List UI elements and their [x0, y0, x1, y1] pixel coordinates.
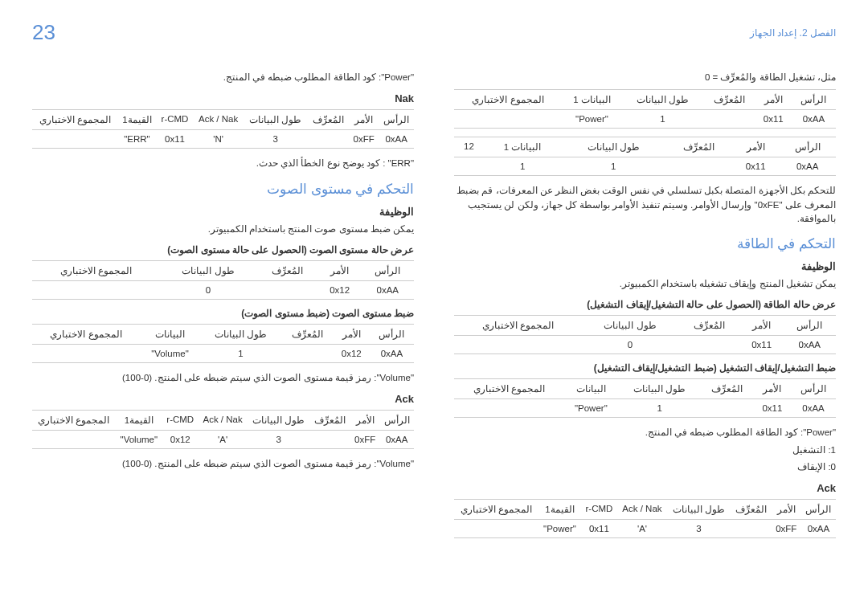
- td: [32, 431, 116, 449]
- td: "Volume": [116, 431, 162, 449]
- power-off: 0: الإيقاف: [454, 460, 836, 474]
- th: 12: [454, 137, 484, 157]
- td: [256, 280, 318, 299]
- th: المجموع الاختباري: [454, 316, 582, 336]
- th: المجموع الاختباري: [454, 500, 538, 520]
- left-column: "Power": كود الطاقة المطلوب ضبطه في المن…: [32, 67, 414, 546]
- power-code-desc: "Power": كود الطاقة المطلوب ضبطه في المن…: [454, 426, 836, 439]
- th: الأمر: [755, 90, 792, 110]
- th: القيمة1: [538, 500, 581, 520]
- th: الأمر: [349, 110, 379, 130]
- th: طول البيانات: [160, 260, 256, 280]
- td: 0x11: [754, 399, 791, 418]
- td: 0x11: [740, 336, 784, 354]
- td: 0xAA: [379, 431, 414, 449]
- td: [454, 110, 562, 129]
- th: طول البيانات: [582, 316, 678, 336]
- th: طول البيانات: [248, 411, 310, 431]
- td: [665, 157, 732, 176]
- th: المجموع الاختباري: [454, 379, 563, 399]
- th: البيانات 1: [562, 90, 622, 110]
- th: المجموع الاختباري: [32, 324, 140, 344]
- td: 0x12: [334, 344, 370, 362]
- err-desc: "ERR" : كود يوضح نوع الخطأ الذي حدث.: [32, 157, 414, 170]
- th: الرأس: [370, 324, 414, 344]
- td: [731, 520, 772, 538]
- td: "Power": [563, 399, 618, 418]
- th: المُعرِّف: [665, 137, 732, 157]
- function-desc-2: يمكن ضبط مستوى صوت المنتج باستخدام الكمب…: [32, 223, 414, 236]
- td: 0x12: [318, 280, 362, 299]
- th: المُعرِّف: [703, 90, 755, 110]
- th: الرأس: [791, 379, 836, 399]
- th: Ack / Nak: [193, 110, 243, 130]
- th: البيانات: [563, 379, 618, 399]
- heading-ack-2: Ack: [32, 393, 414, 405]
- th: المُعرِّف: [308, 110, 349, 130]
- th: r-CMD: [162, 411, 199, 431]
- td: 1: [619, 399, 702, 418]
- th: المجموع الاختباري: [32, 260, 160, 280]
- td: 'N': [193, 130, 243, 149]
- table-example-2: الرأس الأمر المُعرِّف طول البيانات البيا…: [454, 137, 836, 176]
- td: [32, 344, 140, 362]
- td: 0x11: [157, 130, 194, 149]
- td: [678, 336, 740, 354]
- table-ack-volume: الرأس الأمر المُعرِّف طول البيانات Ack /…: [32, 410, 414, 449]
- th: الأمر: [732, 137, 779, 157]
- example-line: مثل، تشغيل الطاقة والمُعرِّف = 0: [454, 71, 836, 84]
- th: الأمر: [740, 316, 784, 336]
- volume-desc: "Volume": رمز قيمة مستوى الصوت الذي سيتم…: [32, 371, 414, 385]
- th: طول البيانات: [667, 500, 731, 520]
- td: "Power": [538, 520, 581, 538]
- heading-view-volume: عرض حالة مستوى الصوت (الحصول على حالة مس…: [32, 244, 414, 255]
- td: [32, 280, 160, 299]
- th: المُعرِّف: [731, 500, 772, 520]
- heading-set-volume: ضبط مستوى الصوت (ضبط مستوى الصوت): [32, 308, 414, 319]
- td: 0xAA: [779, 157, 836, 176]
- heading-nak: Nak: [32, 92, 414, 104]
- th: المجموع الاختباري: [32, 411, 116, 431]
- power-code-desc-2: "Power": كود الطاقة المطلوب ضبطه في المن…: [32, 71, 414, 84]
- th: الرأس: [801, 500, 836, 520]
- table-view-volume: الرأس الأمر المُعرِّف طول البيانات المجم…: [32, 260, 414, 300]
- td: 0: [582, 336, 678, 354]
- th: الأمر: [772, 500, 801, 520]
- th: البيانات 1: [484, 137, 562, 157]
- th: الأمر: [318, 260, 362, 280]
- td: 0xAA: [362, 280, 414, 299]
- td: 0xAA: [791, 399, 836, 418]
- td: [454, 157, 484, 176]
- td: 0xAA: [370, 344, 414, 362]
- heading-function: الوظيفة: [454, 260, 836, 272]
- table-set-volume: الرأس الأمر المُعرِّف طول البيانات البيا…: [32, 324, 414, 363]
- td: 'A': [199, 431, 248, 449]
- td: 0xFF: [350, 431, 379, 449]
- td: 0x12: [162, 431, 199, 449]
- td: [703, 110, 755, 129]
- content-columns: مثل، تشغيل الطاقة والمُعرِّف = 0 الرأس ا…: [32, 67, 836, 546]
- page-number: 23: [32, 20, 55, 45]
- th: المُعرِّف: [678, 316, 740, 336]
- heading-ack: Ack: [454, 482, 836, 494]
- th: الرأس: [379, 110, 414, 130]
- td: 0xAA: [784, 336, 836, 354]
- th: الرأس: [792, 90, 836, 110]
- td: 3: [248, 431, 310, 449]
- th: r-CMD: [581, 500, 617, 520]
- heading-volume-control: التحكم في مستوى الصوت: [32, 181, 414, 198]
- th: طول البيانات: [619, 379, 702, 399]
- chapter-label: الفصل 2. إعداد الجهاز: [750, 27, 836, 39]
- th: المجموع الاختباري: [454, 90, 562, 110]
- td: 0xAA: [792, 110, 836, 129]
- th: المُعرِّف: [281, 324, 334, 344]
- th: الأمر: [350, 411, 379, 431]
- td: [454, 336, 582, 354]
- td: 1: [561, 157, 665, 176]
- th: الرأس: [362, 260, 414, 280]
- td: 1: [622, 110, 703, 129]
- power-on: 1: التشغيل: [454, 443, 836, 457]
- note-all-devices: للتحكم بكل الأجهزة المتصلة بكبل تسلسلي ف…: [454, 184, 836, 226]
- th: r-CMD: [157, 110, 194, 130]
- td: 0xAA: [379, 130, 414, 149]
